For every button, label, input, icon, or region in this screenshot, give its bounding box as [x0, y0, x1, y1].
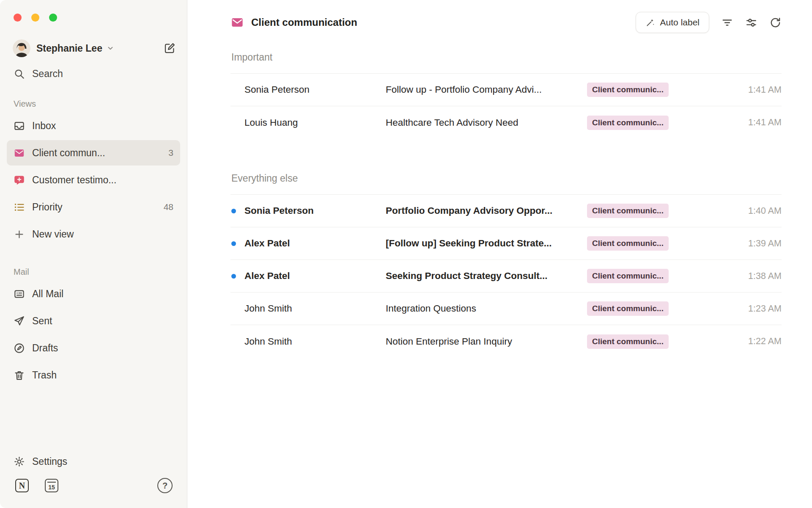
section-important-rows: Sonia Peterson Follow up - Portfolio Com…	[230, 73, 782, 139]
email-subject: [Follow up] Seeking Product Strate...	[386, 238, 587, 249]
trash-icon	[14, 370, 25, 381]
sidebar-item-customer-testimonials[interactable]: Customer testimo...	[7, 167, 180, 193]
email-label-badge: Client communic...	[587, 236, 669, 251]
gear-icon	[14, 456, 25, 467]
header-controls: Auto label	[636, 12, 782, 33]
sidebar-item-inbox[interactable]: Inbox	[7, 113, 180, 138]
email-row[interactable]: John Smith Notion Enterprise Plan Inquir…	[230, 325, 782, 358]
compose-icon	[163, 42, 176, 55]
unread-dot	[231, 274, 236, 279]
priority-list-icon	[14, 202, 25, 213]
sidebar-item-all-mail[interactable]: All Mail	[7, 281, 180, 306]
sidebar-item-label: Sent	[32, 315, 52, 327]
email-row[interactable]: John Smith Integration Questions Client …	[230, 293, 782, 325]
email-row[interactable]: Sonia Peterson Follow up - Portfolio Com…	[230, 74, 782, 106]
views-section-label: Views	[14, 99, 187, 109]
email-sender: John Smith	[244, 303, 386, 314]
filter-lines-icon	[721, 17, 733, 29]
email-row[interactable]: Alex Patel Seeking Product Strategy Cons…	[230, 260, 782, 293]
email-label-badge: Client communic...	[587, 204, 669, 218]
avatar	[13, 39, 30, 57]
sidebar-item-sent[interactable]: Sent	[7, 308, 180, 334]
close-window-button[interactable]	[14, 14, 22, 22]
section-everything-else-rows: Sonia Peterson Portfolio Company Advisor…	[230, 194, 782, 358]
mail-pink-icon	[230, 16, 244, 29]
sidebar-item-settings[interactable]: Settings	[7, 449, 180, 474]
sidebar-item-client-communication[interactable]: Client commun... 3	[7, 140, 180, 166]
sidebar-footer: N 15 ?	[0, 475, 187, 508]
filter-button[interactable]	[721, 17, 733, 29]
mail-pink-icon	[14, 147, 25, 159]
page-title: Client communication	[251, 17, 357, 28]
app-window: Stephanie Lee Search Views In	[0, 0, 812, 508]
chat-plus-icon	[14, 174, 25, 186]
sidebar-item-label: All Mail	[32, 288, 63, 300]
email-label-badge: Client communic...	[587, 116, 669, 130]
email-row[interactable]: Sonia Peterson Portfolio Company Advisor…	[230, 195, 782, 227]
email-row[interactable]: Louis Huang Healthcare Tech Advisory Nee…	[230, 106, 782, 139]
sidebar-item-label: Drafts	[32, 342, 58, 354]
new-view-button[interactable]: New view	[7, 221, 180, 247]
notion-logo-icon[interactable]: N	[15, 479, 29, 492]
email-time: 1:41 AM	[718, 117, 782, 128]
email-time: 1:41 AM	[718, 85, 782, 95]
inbox-icon	[14, 120, 25, 132]
email-sender: Sonia Peterson	[244, 84, 386, 95]
email-label-badge: Client communic...	[587, 269, 669, 283]
email-subject: Seeking Product Strategy Consult...	[386, 271, 587, 282]
auto-label-button-label: Auto label	[660, 17, 700, 28]
sliders-icon	[745, 17, 757, 29]
user-name: Stephanie Lee	[36, 43, 102, 54]
email-subject: Integration Questions	[386, 303, 587, 314]
all-mail-icon	[14, 288, 25, 300]
sidebar-item-drafts[interactable]: Drafts	[7, 335, 180, 361]
minimize-window-button[interactable]	[31, 14, 39, 22]
display-settings-button[interactable]	[745, 17, 757, 29]
email-subject: Notion Enterprise Plan Inquiry	[386, 336, 587, 347]
plus-icon	[14, 229, 25, 240]
calendar-icon[interactable]: 15	[45, 479, 58, 492]
sidebar-item-priority[interactable]: Priority 48	[7, 194, 180, 220]
email-time: 1:38 AM	[718, 271, 782, 282]
settings-label: Settings	[32, 456, 67, 467]
sidebar-item-search[interactable]: Search	[14, 68, 176, 80]
email-sender: Alex Patel	[244, 238, 386, 249]
email-row[interactable]: Alex Patel [Follow up] Seeking Product S…	[230, 227, 782, 260]
email-time: 1:40 AM	[718, 206, 782, 216]
email-sender: Alex Patel	[244, 271, 386, 282]
refresh-button[interactable]	[769, 17, 782, 29]
mail-section-label: Mail	[14, 267, 187, 277]
search-icon	[14, 68, 25, 80]
sidebar-item-label: Inbox	[32, 120, 56, 132]
section-title-important: Important	[230, 52, 782, 63]
sidebar-item-label: Trash	[32, 370, 57, 381]
sidebar-item-trash[interactable]: Trash	[7, 362, 180, 388]
email-subject: Portfolio Company Advisory Oppor...	[386, 205, 587, 216]
main-header: Client communication Auto label	[187, 0, 812, 33]
email-time: 1:39 AM	[718, 238, 782, 249]
main-content: Client communication Auto label	[187, 0, 812, 508]
auto-label-icon	[645, 18, 655, 28]
email-time: 1:22 AM	[718, 336, 782, 347]
email-label-badge: Client communic...	[587, 334, 669, 349]
help-icon[interactable]: ?	[157, 478, 173, 493]
new-view-label: New view	[32, 229, 74, 240]
section-title-everything-else: Everything else	[230, 173, 782, 184]
email-list: Important Sonia Peterson Follow up - Por…	[187, 33, 812, 358]
unread-dot	[231, 209, 236, 213]
email-sender: Louis Huang	[244, 117, 386, 128]
account-switcher[interactable]: Stephanie Lee	[13, 39, 176, 57]
chevron-down-icon	[107, 44, 114, 52]
compose-button[interactable]	[163, 42, 176, 55]
drafts-pencil-icon	[14, 342, 25, 354]
refresh-icon	[769, 17, 782, 29]
email-label-badge: Client communic...	[587, 301, 669, 316]
email-time: 1:23 AM	[718, 304, 782, 314]
auto-label-button[interactable]: Auto label	[636, 12, 709, 33]
email-subject: Healthcare Tech Advisory Need	[386, 117, 587, 128]
search-label: Search	[32, 68, 63, 80]
sidebar-item-label: Client commun...	[32, 147, 105, 159]
paper-plane-icon	[14, 315, 25, 327]
zoom-window-button[interactable]	[49, 14, 57, 22]
sidebar: Stephanie Lee Search Views In	[0, 0, 187, 508]
